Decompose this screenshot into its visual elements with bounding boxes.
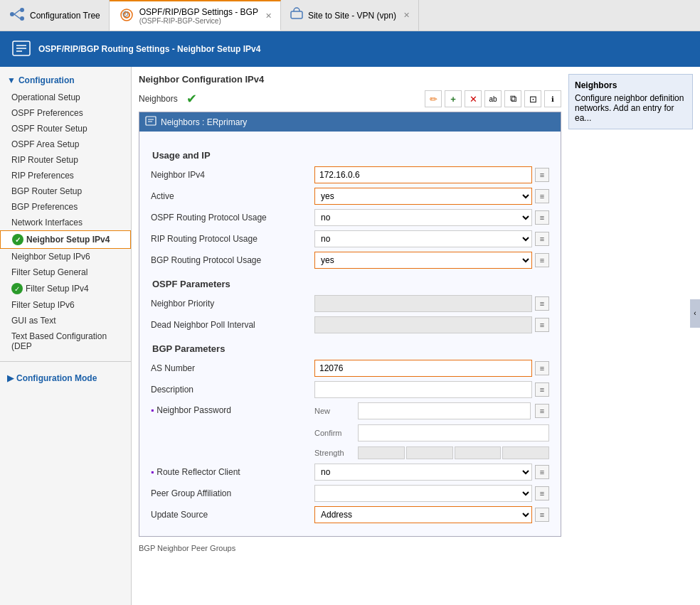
control-as-number: ≡ xyxy=(314,360,549,377)
info-btn-update-source[interactable]: ≡ xyxy=(535,508,549,522)
tab-bar: Configuration Tree ⚙ OSPF/RIP/BGP Settin… xyxy=(0,0,700,31)
tab-site-close[interactable]: ✕ xyxy=(403,11,410,20)
svg-point-0 xyxy=(10,12,14,16)
sidebar-item-filter-general-label: Filter Setup General xyxy=(11,267,88,277)
sidebar-item-bgp-prefs-label: BGP Preferences xyxy=(11,202,78,212)
sidebar-item-filter-general[interactable]: Filter Setup General xyxy=(0,264,131,280)
input-neighbor-priority[interactable] xyxy=(314,295,532,312)
tab-site-label: Site to Site - VPN (vpn) xyxy=(308,11,396,21)
info-btn-rip-usage[interactable]: ≡ xyxy=(535,232,549,246)
sidebar-item-neighbor-ipv6[interactable]: Neighbor Setup IPv6 xyxy=(0,249,131,264)
info-btn-as[interactable]: ≡ xyxy=(535,361,549,375)
control-rip-usage: no yes ≡ xyxy=(314,230,549,247)
tree-icon xyxy=(9,6,26,25)
info-btn-neighbor-ipv4[interactable]: ≡ xyxy=(535,168,549,182)
select-ospf-usage[interactable]: no yes xyxy=(314,209,532,226)
section-title-bgp: BGP Parameters xyxy=(151,343,549,354)
toolbar-row: Neighbors ✔ ✏ + ✕ ab ⧉ ⊡ ℹ xyxy=(139,90,561,107)
sidebar-item-rip-router[interactable]: RIP Router Setup xyxy=(0,152,131,168)
label-neighbor-priority: Neighbor Priority xyxy=(151,299,314,309)
strength-box-3 xyxy=(455,446,502,459)
input-neighbor-ipv4[interactable] xyxy=(314,166,532,183)
svg-point-2 xyxy=(20,16,24,21)
edit-button[interactable]: ✏ xyxy=(425,90,442,107)
field-row-neighbor-ipv4: Neighbor IPv4 ≡ xyxy=(151,166,549,183)
page-header: OSPF/RIP/BGP Routing Settings - Neighbor… xyxy=(0,31,700,67)
sidebar-section-mode-header[interactable]: ▶ Configuration Mode xyxy=(0,369,131,387)
check-circle-icon: ✓ xyxy=(12,234,23,245)
chevron-down-icon: ▼ xyxy=(7,75,16,85)
label-active: Active xyxy=(151,191,314,201)
info-btn-ospf-usage[interactable]: ≡ xyxy=(535,210,549,225)
info-btn-reflector[interactable]: ≡ xyxy=(535,465,549,479)
info-btn-password[interactable]: ≡ xyxy=(535,404,549,418)
sidebar-item-text-config[interactable]: Text Based Configuration (DEP xyxy=(0,328,131,354)
info-btn-desc[interactable]: ≡ xyxy=(535,382,549,397)
sidebar-item-filter-ipv6[interactable]: Filter Setup IPv6 xyxy=(0,297,131,313)
sidebar-item-network-interfaces[interactable]: Network Interfaces xyxy=(0,215,131,230)
tab-ospf-close[interactable]: ✕ xyxy=(265,11,272,21)
sidebar-item-ospf-area[interactable]: OSPF Area Setup xyxy=(0,136,131,152)
sidebar-item-ospf-router[interactable]: OSPF Router Setup xyxy=(0,121,131,136)
info-btn-peer-group[interactable]: ≡ xyxy=(535,486,549,500)
rename-button[interactable]: ab xyxy=(484,90,502,107)
info-btn-priority[interactable]: ≡ xyxy=(535,296,549,311)
label-rip-usage: RIP Routing Protocol Usage xyxy=(151,234,314,244)
control-password: New ≡ Confirm Strength xyxy=(314,402,549,459)
label-password: Neighbor Password xyxy=(151,402,314,415)
password-strength-row: Strength xyxy=(314,446,549,459)
select-route-reflector[interactable]: no yes xyxy=(314,464,532,481)
page-title: OSPF/RIP/BGP Routing Settings - Neighbor… xyxy=(38,44,260,54)
page-header-icon xyxy=(11,38,31,60)
copy-button[interactable]: ⧉ xyxy=(504,90,521,107)
field-row-description: Description ≡ xyxy=(151,381,549,398)
sub-dialog-body: Usage and IP Neighbor IPv4 ≡ xyxy=(139,132,561,536)
delete-button[interactable]: ✕ xyxy=(465,90,482,107)
sidebar-item-filter-ipv4[interactable]: ✓ Filter Setup IPv4 xyxy=(0,280,131,297)
field-row-peer-group: Peer Group Affiliation ≡ xyxy=(151,485,549,502)
label-description: Description xyxy=(151,385,314,395)
label-route-reflector: Route Reflector Client xyxy=(151,467,314,477)
sidebar-item-rip-prefs[interactable]: RIP Preferences xyxy=(0,168,131,183)
control-neighbor-priority: ≡ xyxy=(314,295,549,312)
select-active[interactable]: yes no xyxy=(314,188,532,205)
field-row-bgp-usage: BGP Routing Protocol Usage yes no ≡ xyxy=(151,252,549,269)
password-confirm-row: Confirm xyxy=(314,424,549,441)
sub-dialog: Neighbors : ERprimary Usage and IP Neigh… xyxy=(139,112,561,537)
sidebar-item-operational[interactable]: Operational Setup xyxy=(0,90,131,105)
sidebar-collapse-handle[interactable]: ‹ xyxy=(690,299,700,328)
add-button[interactable]: + xyxy=(445,90,462,107)
sidebar-item-bgp-prefs[interactable]: BGP Preferences xyxy=(0,199,131,215)
field-row-poll-interval: Dead Neighbor Poll Interval ≡ xyxy=(151,316,549,333)
tab-config-tree[interactable]: Configuration Tree xyxy=(0,0,110,31)
tab-ospf-rip-bgp[interactable]: ⚙ OSPF/RIP/BGP Settings - BGP (OSPF-RIP-… xyxy=(110,0,281,31)
field-row-ospf-usage: OSPF Routing Protocol Usage no yes ≡ xyxy=(151,209,549,226)
input-description[interactable] xyxy=(314,381,532,398)
tab-ospf-sublabel: (OSPF-RIP-BGP-Service) xyxy=(139,17,258,25)
tab-ospf-content: OSPF/RIP/BGP Settings - BGP (OSPF-RIP-BG… xyxy=(139,7,258,25)
sidebar-item-ospf-prefs[interactable]: OSPF Preferences xyxy=(0,105,131,121)
info-button[interactable]: ℹ xyxy=(544,90,561,107)
control-poll-interval: ≡ xyxy=(314,316,549,333)
sidebar-item-gui-text[interactable]: GUI as Text xyxy=(0,313,131,328)
input-password-new[interactable] xyxy=(358,402,531,419)
info-btn-bgp-usage[interactable]: ≡ xyxy=(535,253,549,267)
input-as-number[interactable] xyxy=(314,360,532,377)
select-bgp-usage[interactable]: yes no xyxy=(314,252,532,269)
input-password-confirm[interactable] xyxy=(358,424,549,441)
check-circle-icon-2: ✓ xyxy=(11,283,23,294)
sidebar-item-rip-prefs-label: RIP Preferences xyxy=(11,171,74,181)
sidebar-section-config-header[interactable]: ▼ Configuration xyxy=(0,71,131,90)
sidebar-item-neighbor-ipv6-label: Neighbor Setup IPv6 xyxy=(11,252,90,262)
sub-dialog-title: Neighbors : ERprimary xyxy=(161,117,247,127)
input-poll-interval[interactable] xyxy=(314,316,532,333)
sidebar-item-neighbor-ipv4[interactable]: ✓ Neighbor Setup IPv4 xyxy=(0,230,131,249)
info-btn-poll[interactable]: ≡ xyxy=(535,318,549,332)
tab-site-to-site[interactable]: Site to Site - VPN (vpn) ✕ xyxy=(281,0,419,31)
info-btn-active[interactable]: ≡ xyxy=(535,189,549,203)
paste-button[interactable]: ⊡ xyxy=(524,90,541,107)
select-peer-group[interactable] xyxy=(314,485,532,502)
sidebar-item-bgp-router[interactable]: BGP Router Setup xyxy=(0,183,131,199)
select-rip-usage[interactable]: no yes xyxy=(314,230,532,247)
select-update-source[interactable]: Address xyxy=(314,506,532,523)
